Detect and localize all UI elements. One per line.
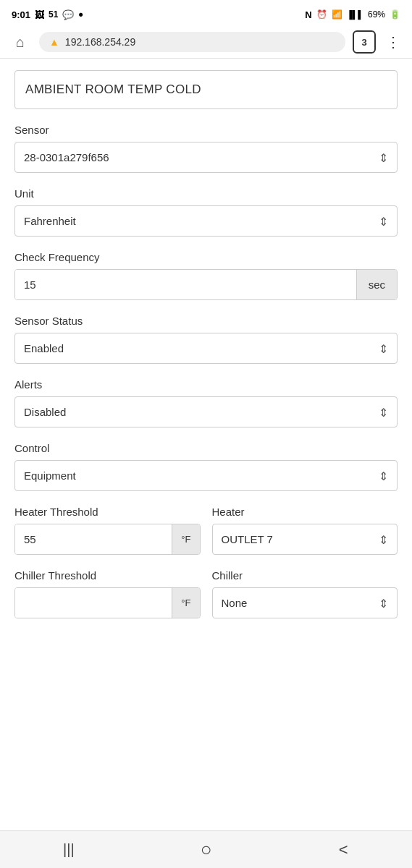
chiller-threshold-unit: °F: [172, 588, 199, 618]
address-bar[interactable]: ▲ 192.168.254.29: [39, 32, 345, 52]
time-display: 9:01: [12, 9, 30, 20]
frequency-unit-label: sec: [356, 270, 397, 299]
unit-select-wrapper[interactable]: Fahrenheit Celsius ⇕: [14, 205, 398, 237]
control-field-group: Control Equipment Manual ⇕: [14, 442, 398, 491]
browser-bar: ⌂ ▲ 192.168.254.29 3 ⋮: [0, 26, 412, 59]
bottom-nav-bar: ||| ○ <: [0, 830, 412, 868]
heater-select-group: Heater OUTLET 7 None ⇕: [212, 506, 398, 555]
chiller-select-group: Chiller None OUTLET 1 OUTLET 2 ⇕: [212, 569, 398, 618]
control-select-wrapper[interactable]: Equipment Manual ⇕: [14, 460, 398, 491]
heater-select[interactable]: OUTLET 7 None: [213, 524, 398, 554]
chiller-threshold-label: Chiller Threshold: [14, 569, 201, 582]
battery-icon: 🔋: [390, 9, 400, 20]
status-right: N ⏰ 📶 ▐▌▌ 69% 🔋: [305, 9, 400, 20]
sensor-field-group: Sensor 28-0301a279f656 ⇕: [14, 124, 398, 173]
alerts-field-group: Alerts Disabled Enabled ⇕: [14, 378, 398, 427]
wifi-icon: 📶: [332, 9, 342, 20]
heater-row: Heater Threshold °F Heater OUTLET 7 None…: [14, 506, 398, 569]
heater-threshold-group: Heater Threshold °F: [14, 506, 201, 555]
dot-indicator: •: [78, 8, 83, 21]
page-title: AMBIENT ROOM TEMP COLD: [25, 82, 201, 96]
heater-threshold-unit: °F: [172, 524, 199, 554]
recent-apps-button[interactable]: |||: [47, 834, 91, 866]
unit-label: Unit: [14, 187, 398, 200]
chiller-threshold-input[interactable]: [15, 588, 172, 618]
recent-apps-icon: |||: [63, 841, 75, 858]
title-box: AMBIENT ROOM TEMP COLD: [14, 70, 398, 109]
unit-field-group: Unit Fahrenheit Celsius ⇕: [14, 187, 398, 237]
check-frequency-field-group: Check Frequency sec: [14, 251, 398, 300]
status-left: 9:01 🖼 51 💬 •: [12, 8, 83, 21]
tabs-button[interactable]: 3: [353, 30, 376, 54]
back-button[interactable]: <: [321, 834, 365, 866]
back-chevron-icon: <: [339, 841, 348, 859]
security-warning-icon: ▲: [49, 36, 59, 48]
heater-label: Heater: [212, 506, 398, 518]
sensor-status-select[interactable]: Enabled Disabled: [15, 333, 397, 363]
nfc-icon: N: [305, 9, 311, 20]
browser-menu-button[interactable]: ⋮: [383, 30, 403, 54]
signal-icon: ▐▌▌: [347, 10, 363, 19]
sensor-label: Sensor: [14, 124, 398, 136]
chiller-select[interactable]: None OUTLET 1 OUTLET 2: [213, 588, 398, 618]
check-frequency-input[interactable]: [15, 270, 356, 299]
control-label: Control: [14, 442, 398, 454]
alarm-icon: ⏰: [316, 9, 327, 20]
sensor-status-select-wrapper[interactable]: Enabled Disabled ⇕: [14, 333, 398, 364]
chiller-select-wrapper[interactable]: None OUTLET 1 OUTLET 2 ⇕: [212, 587, 398, 618]
home-button[interactable]: ○: [184, 834, 227, 866]
sensor-select[interactable]: 28-0301a279f656: [15, 142, 397, 172]
heater-threshold-label: Heater Threshold: [14, 506, 201, 518]
home-icon: ⌂: [16, 34, 25, 51]
sensor-select-wrapper[interactable]: 28-0301a279f656 ⇕: [14, 142, 398, 173]
chiller-row: Chiller Threshold °F Chiller None OUTLET…: [14, 569, 398, 633]
alerts-label: Alerts: [14, 378, 398, 391]
sensor-status-label: Sensor Status: [14, 315, 398, 327]
heater-threshold-wrapper: °F: [14, 524, 201, 555]
alerts-select-wrapper[interactable]: Disabled Enabled ⇕: [14, 396, 398, 427]
menu-dots-icon: ⋮: [386, 34, 400, 50]
battery-percent-small: 51: [49, 9, 58, 20]
chiller-label: Chiller: [212, 569, 398, 582]
heater-threshold-input[interactable]: [15, 524, 172, 554]
android-home-icon: ○: [201, 838, 212, 861]
sensor-status-field-group: Sensor Status Enabled Disabled ⇕: [14, 315, 398, 364]
browser-home-button[interactable]: ⌂: [9, 30, 32, 54]
control-select[interactable]: Equipment Manual: [15, 461, 397, 490]
unit-select[interactable]: Fahrenheit Celsius: [15, 206, 397, 236]
heater-select-wrapper[interactable]: OUTLET 7 None ⇕: [212, 524, 398, 555]
check-frequency-wrapper: sec: [14, 269, 398, 300]
messenger-icon: 💬: [62, 9, 74, 20]
photo-icon: 🖼: [35, 9, 44, 20]
alerts-select[interactable]: Disabled Enabled: [15, 397, 397, 427]
tabs-count: 3: [361, 37, 366, 48]
status-bar: 9:01 🖼 51 💬 • N ⏰ 📶 ▐▌▌ 69% 🔋: [0, 0, 412, 26]
check-frequency-label: Check Frequency: [14, 251, 398, 263]
chiller-threshold-wrapper: °F: [14, 587, 201, 618]
chiller-threshold-group: Chiller Threshold °F: [14, 569, 201, 618]
page-content: AMBIENT ROOM TEMP COLD Sensor 28-0301a27…: [0, 59, 412, 644]
battery-display: 69%: [368, 9, 385, 20]
address-text: 192.168.254.29: [65, 36, 135, 48]
